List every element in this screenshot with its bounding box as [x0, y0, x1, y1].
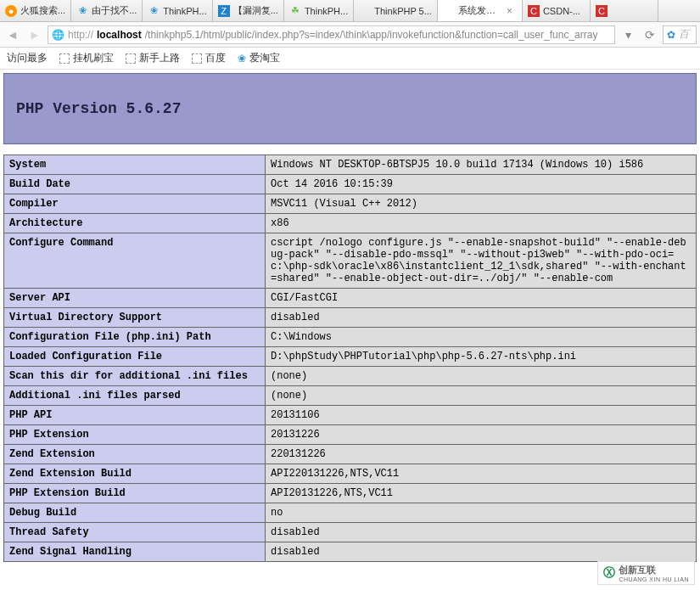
globe-icon: 🌐	[52, 29, 64, 41]
url-protocol: http://	[68, 29, 93, 41]
table-row: Scan this dir for additional .ini files(…	[4, 367, 697, 386]
bookmark-item[interactable]: 挂机刷宝	[59, 51, 114, 65]
tab-label: 【漏洞复...	[233, 4, 278, 17]
table-row: Zend Extension BuildAPI220131226,NTS,VC1…	[4, 464, 697, 484]
info-key: Additional .ini files parsed	[4, 386, 266, 406]
star-icon: ✿	[667, 29, 675, 41]
browser-tab[interactable]: ❀由于找不...	[71, 0, 143, 21]
info-value: Oct 14 2016 10:15:39	[266, 175, 697, 194]
info-key: Architecture	[4, 214, 266, 233]
bookmark-item[interactable]: 新手上路	[126, 51, 180, 65]
info-key: Zend Signal Handling	[4, 542, 266, 562]
watermark-brand: 创新互联	[619, 564, 689, 576]
browser-tab[interactable]: CCSDN-...	[523, 0, 591, 21]
watermark-logo-icon: Ⓧ	[603, 565, 615, 581]
bookmarks-bar: 访问最多 挂机刷宝 新手上路 百度 ❀爱淘宝	[0, 48, 700, 70]
bookmark-item[interactable]: 百度	[192, 51, 226, 65]
info-value: 20131106	[266, 406, 697, 425]
bookmark-label: 爱淘宝	[249, 51, 280, 65]
info-key: Compiler	[4, 194, 266, 214]
table-row: PHP Extension20131226	[4, 425, 697, 445]
back-button[interactable]: ◄	[3, 25, 22, 44]
favicon-icon: ☘	[289, 5, 301, 17]
info-key: Debug Build	[4, 503, 266, 523]
table-row: Additional .ini files parsed(none)	[4, 386, 697, 406]
table-row: Debug Buildno	[4, 503, 697, 523]
bookmark-item[interactable]: ❀爱淘宝	[238, 51, 280, 65]
info-value: Windows NT DESKTOP-6BTSPJ5 10.0 build 17…	[266, 155, 697, 175]
table-row: Architecturex86	[4, 214, 697, 233]
info-value: 220131226	[266, 445, 697, 464]
browser-tab[interactable]: Z【漏洞复...	[213, 0, 284, 21]
info-key: Loaded Configuration File	[4, 347, 266, 367]
info-key: PHP API	[4, 406, 266, 425]
favicon-icon	[443, 5, 455, 17]
close-icon[interactable]: ×	[507, 6, 517, 16]
info-key: Scan this dir for additional .ini files	[4, 367, 266, 386]
table-row: PHP Extension BuildAPI20131226,NTS,VC11	[4, 484, 697, 503]
address-bar: ◄ ► 🌐 http://localhost/thinkphp5.1/html/…	[0, 22, 700, 48]
info-key: Server API	[4, 289, 266, 308]
table-row: Build DateOct 14 2016 10:15:39	[4, 175, 697, 194]
browser-tab[interactable]: ●火狐搜索...	[0, 0, 71, 21]
info-value: MSVC11 (Visual C++ 2012)	[266, 194, 697, 214]
dropdown-icon[interactable]: ▾	[619, 25, 637, 44]
table-row: PHP API20131106	[4, 406, 697, 425]
search-box[interactable]: ✿ 百	[663, 25, 697, 44]
table-row: Loaded Configuration FileD:\phpStudy\PHP…	[4, 347, 697, 367]
browser-tab-bar: ●火狐搜索...❀由于找不...❀ThinkPH...Z【漏洞复...☘Thin…	[0, 0, 700, 22]
browser-tab[interactable]: ThinkPHP 5...	[354, 0, 438, 21]
tab-label: ThinkPHP 5...	[374, 6, 432, 16]
search-hint: 百	[679, 27, 689, 42]
info-value: disabled	[266, 523, 697, 542]
tab-label: ThinkPH...	[163, 6, 206, 16]
info-value: disabled	[266, 542, 697, 562]
info-value: x86	[266, 214, 697, 233]
info-key: Virtual Directory Support	[4, 308, 266, 328]
table-row: Server APICGI/FastCGI	[4, 289, 697, 308]
info-key: Configure Command	[4, 233, 266, 289]
table-row: SystemWindows NT DESKTOP-6BTSPJ5 10.0 bu…	[4, 155, 697, 175]
favicon-icon: ❀	[76, 5, 88, 17]
bookmark-label: 百度	[205, 51, 226, 65]
reload-button[interactable]: ⟳	[641, 25, 659, 44]
url-host: localhost	[97, 29, 142, 41]
info-key: System	[4, 155, 266, 175]
forward-button[interactable]: ►	[25, 25, 44, 44]
url-input[interactable]: 🌐 http://localhost/thinkphp5.1/html/publ…	[48, 25, 615, 44]
info-value: cscript /nologo configure.js "--enable-s…	[266, 233, 697, 289]
info-value: D:\phpStudy\PHPTutorial\php\php-5.6.27-n…	[266, 347, 697, 367]
table-row: Thread Safetydisabled	[4, 523, 697, 542]
info-key: PHP Extension Build	[4, 484, 266, 503]
info-key: Thread Safety	[4, 523, 266, 542]
table-row: CompilerMSVC11 (Visual C++ 2012)	[4, 194, 697, 214]
info-key: Configuration File (php.ini) Path	[4, 328, 266, 347]
browser-tab-active[interactable]: 系统发生...×	[438, 0, 523, 21]
info-key: Zend Extension	[4, 445, 266, 464]
page-content: PHP Version 5.6.27 SystemWindows NT DESK…	[0, 73, 700, 562]
table-row: Zend Extension220131226	[4, 445, 697, 464]
info-value: (none)	[266, 367, 697, 386]
favicon-icon: ❀	[148, 5, 160, 17]
browser-tab[interactable]: C	[591, 0, 658, 21]
url-path: /thinkphp5.1/html/public/index.php?s=ind…	[145, 29, 598, 41]
tab-label: ThinkPH...	[305, 6, 348, 16]
info-value: (none)	[266, 386, 697, 406]
bookmark-label: 新手上路	[139, 51, 180, 65]
paw-icon: ❀	[238, 53, 246, 65]
table-row: Virtual Directory Supportdisabled	[4, 308, 697, 328]
favicon-icon: Z	[218, 5, 230, 17]
placeholder-icon	[126, 53, 136, 64]
tab-label: 系统发生...	[458, 4, 503, 17]
favicon-icon	[359, 5, 371, 17]
most-visited[interactable]: 访问最多	[7, 51, 48, 65]
browser-tab[interactable]: ☘ThinkPH...	[284, 0, 354, 21]
tab-label: CSDN-...	[543, 6, 585, 16]
tab-label: 火狐搜索...	[20, 4, 65, 17]
info-value: 20131226	[266, 425, 697, 445]
table-row: Zend Signal Handlingdisabled	[4, 542, 697, 562]
watermark-sub: CHUANG XIN HU LIAN	[619, 576, 689, 582]
phpinfo-table: SystemWindows NT DESKTOP-6BTSPJ5 10.0 bu…	[3, 155, 697, 562]
info-key: Build Date	[4, 175, 266, 194]
browser-tab[interactable]: ❀ThinkPH...	[143, 0, 212, 21]
